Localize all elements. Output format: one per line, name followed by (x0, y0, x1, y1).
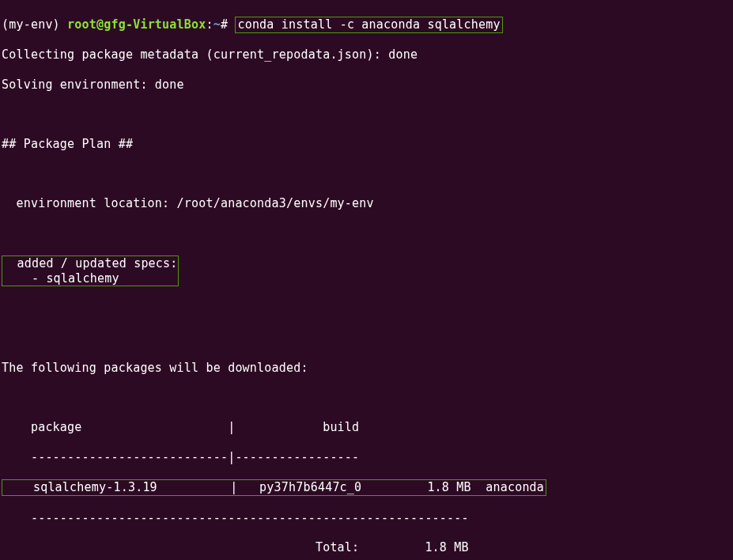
blank-line (2, 301, 731, 316)
added-specs-l1: added / updated specs: (2, 256, 178, 271)
prompt-env: (my-env) (2, 17, 60, 32)
prompt-line[interactable]: (my-env) root@gfg-VirtualBox:~# conda in… (2, 17, 731, 33)
table-row-wrap: sqlalchemy-1.3.19 | py37h7b6447c_0 1.8 M… (2, 479, 731, 496)
added-specs-highlight: added / updated specs: - sqlalchemy (2, 255, 179, 287)
prompt-path: ~ (213, 17, 221, 32)
table-total: Total: 1.8 MB (2, 540, 731, 555)
terminal[interactable]: (my-env) root@gfg-VirtualBox:~# conda in… (2, 2, 731, 560)
prompt-userhost: root@gfg-VirtualBox (67, 17, 206, 32)
command-text: conda install -c anaconda sqlalchemy (237, 17, 500, 32)
table-sep1: ---------------------------|------------… (2, 450, 731, 465)
prompt-sign: # (221, 17, 228, 32)
blank-line (2, 225, 731, 240)
blank-line (2, 391, 731, 406)
command-highlight: conda install -c anaconda sqlalchemy (235, 17, 502, 33)
blank-line (2, 166, 731, 181)
table-sep2: ----------------------------------------… (2, 511, 731, 526)
output-solving: Solving environment: done (2, 78, 731, 93)
table-header: package | build (2, 420, 731, 435)
blank-line (2, 331, 731, 346)
added-specs-l2: - sqlalchemy (2, 271, 178, 286)
plan-header: ## Package Plan ## (2, 137, 731, 152)
output-collecting: Collecting package metadata (current_rep… (2, 47, 731, 62)
table-row-highlight: sqlalchemy-1.3.19 | py37h7b6447c_0 1.8 M… (2, 479, 546, 496)
blank-line (2, 107, 731, 122)
table-row: sqlalchemy-1.3.19 | py37h7b6447c_0 1.8 M… (4, 480, 544, 494)
downloaded-header: The following packages will be downloade… (2, 361, 731, 376)
prompt-colon: : (206, 17, 213, 32)
env-location: environment location: /root/anaconda3/en… (2, 196, 731, 211)
